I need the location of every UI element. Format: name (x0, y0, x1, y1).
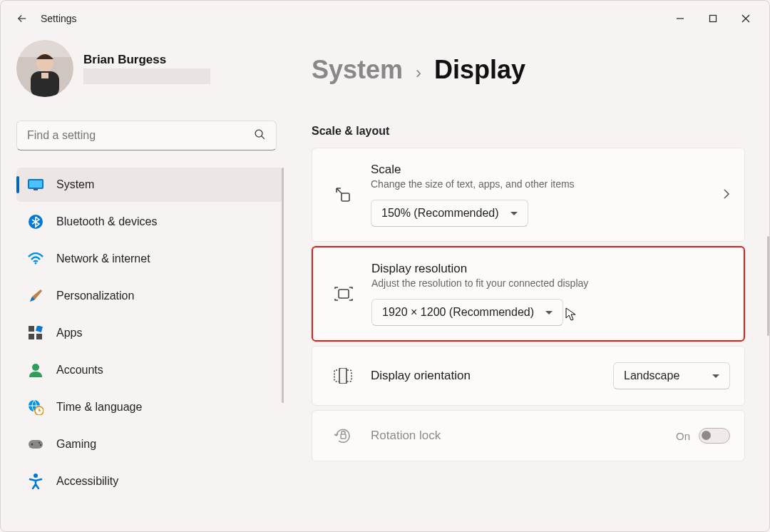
resolution-icon (332, 286, 356, 302)
nav-item-network[interactable]: Network & internet (16, 242, 284, 276)
svg-point-14 (35, 262, 37, 265)
left-pane: Brian Burgess System Bluetooth (1, 36, 286, 532)
svg-rect-27 (342, 193, 349, 201)
svg-rect-17 (29, 334, 34, 339)
rotation-lock-card: Rotation lock On (312, 410, 745, 461)
search-icon (254, 128, 266, 143)
orientation-value: Landscape (624, 369, 679, 382)
profile-name: Brian Burgess (83, 53, 210, 67)
svg-rect-12 (34, 189, 38, 190)
scale-value: 150% (Recommended) (381, 207, 499, 220)
breadcrumb: System › Display (312, 55, 745, 85)
scale-card[interactable]: Scale Change the size of text, apps, and… (312, 148, 745, 242)
nav-label: Bluetooth & devices (56, 215, 157, 228)
orientation-card[interactable]: Display orientation Landscape (312, 346, 745, 406)
svg-point-19 (32, 364, 39, 371)
svg-rect-7 (41, 73, 48, 78)
svg-rect-1 (710, 16, 717, 22)
nav-item-system[interactable]: System (16, 168, 284, 202)
search-box[interactable] (16, 121, 277, 150)
globe-clock-icon (28, 399, 43, 415)
paintbrush-icon (28, 288, 43, 304)
close-button[interactable] (729, 7, 762, 30)
orientation-icon (331, 368, 355, 384)
svg-rect-15 (29, 326, 34, 332)
orientation-select[interactable]: Landscape (613, 362, 730, 389)
resolution-value: 1920 × 1200 (Recommended) (382, 306, 534, 319)
scale-select[interactable]: 150% (Recommended) (371, 200, 528, 227)
scale-title: Scale (371, 163, 723, 177)
nav-label: Apps (56, 327, 82, 339)
minimize-button[interactable] (664, 7, 697, 30)
section-heading: Scale & layout (312, 125, 745, 138)
svg-point-25 (40, 444, 41, 446)
nav-label: Network & internet (56, 252, 150, 265)
rotation-toggle (699, 428, 730, 444)
nav-list: System Bluetooth & devices Network & int… (16, 168, 284, 498)
settings-window: Settings Brian Burgess (0, 0, 770, 532)
accessibility-icon (28, 474, 43, 489)
nav-item-accessibility[interactable]: Accessibility (16, 464, 284, 498)
breadcrumb-current: Display (434, 55, 525, 85)
nav-item-accounts[interactable]: Accounts (16, 353, 284, 387)
svg-rect-11 (29, 180, 42, 188)
orientation-title: Display orientation (371, 369, 613, 383)
scale-icon (331, 185, 355, 204)
svg-line-9 (262, 135, 265, 138)
nav-label: Gaming (56, 438, 96, 451)
window-controls (664, 7, 762, 30)
nav-item-gaming[interactable]: Gaming (16, 427, 284, 461)
resolution-subtitle: Adjust the resolution to fit your connec… (371, 277, 729, 289)
rotation-lock-icon (331, 426, 355, 445)
nav-item-apps[interactable]: Apps (16, 316, 284, 350)
svg-rect-16 (36, 326, 43, 332)
svg-point-26 (34, 474, 38, 478)
nav-item-personalization[interactable]: Personalization (16, 279, 284, 313)
search-input[interactable] (27, 129, 254, 142)
resolution-select[interactable]: 1920 × 1200 (Recommended) (371, 299, 563, 326)
nav-item-time[interactable]: Time & language (16, 390, 284, 424)
nav-label: Time & language (56, 401, 142, 414)
nav-label: Accessibility (56, 475, 118, 488)
avatar (16, 40, 73, 97)
rotation-title: Rotation lock (371, 429, 676, 443)
nav-label: Personalization (56, 290, 134, 302)
svg-point-24 (38, 442, 40, 444)
resolution-card[interactable]: Display resolution Adjust the resolution… (312, 246, 745, 342)
svg-rect-18 (36, 334, 42, 339)
svg-point-23 (31, 444, 34, 446)
cursor-icon (565, 307, 577, 322)
apps-icon (28, 325, 43, 341)
nav-item-bluetooth[interactable]: Bluetooth & devices (16, 205, 284, 239)
nav-label: Accounts (56, 364, 103, 377)
profile-email-redacted (83, 68, 210, 84)
resolution-title: Display resolution (371, 262, 729, 276)
svg-rect-28 (339, 290, 349, 298)
arrow-left-icon (16, 12, 29, 25)
svg-rect-31 (341, 434, 346, 439)
window-title: Settings (41, 13, 77, 24)
scrollbar[interactable] (767, 236, 769, 336)
svg-rect-30 (339, 368, 346, 384)
maximize-button[interactable] (697, 7, 729, 30)
rotation-state-label: On (676, 430, 690, 442)
system-icon (28, 177, 43, 193)
gamepad-icon (28, 436, 43, 452)
titlebar: Settings (1, 1, 769, 36)
back-button[interactable] (8, 4, 36, 33)
bluetooth-icon (28, 214, 43, 230)
scale-subtitle: Change the size of text, apps, and other… (371, 178, 723, 190)
content-pane: System › Display Scale & layout Scale Ch… (286, 36, 769, 532)
person-icon (28, 362, 43, 378)
chevron-right-icon: › (416, 63, 421, 83)
breadcrumb-parent[interactable]: System (312, 55, 403, 85)
svg-point-8 (255, 130, 262, 137)
chevron-right-icon (723, 189, 730, 201)
profile-block[interactable]: Brian Burgess (16, 36, 279, 101)
nav-label: System (56, 178, 94, 191)
wifi-icon (28, 251, 43, 267)
